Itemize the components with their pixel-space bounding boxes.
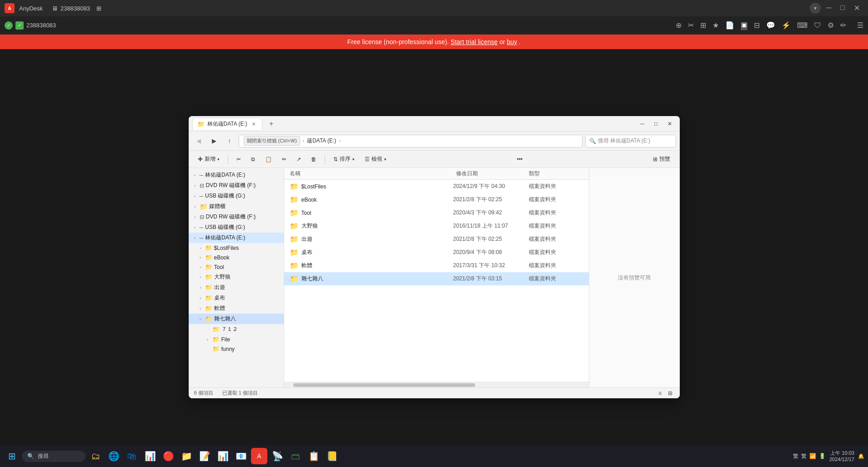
taskbar-app3[interactable]: 📒 <box>324 448 340 464</box>
sidebar-item-usb-g[interactable]: › ─ USB 磁碟機 (G:) <box>189 191 284 201</box>
start-button[interactable]: ⊞ <box>4 448 20 464</box>
multimonitor-icon[interactable]: ⊟ <box>754 21 760 30</box>
cut-icon: ✂ <box>236 156 241 162</box>
buy-link[interactable]: buy <box>507 38 517 46</box>
address-bar[interactable]: 關閉索引標籤 (Ctrl+W) › 蘊DATA (E:) › <box>239 135 582 147</box>
explorer-close-btn[interactable]: ✕ <box>663 117 676 130</box>
up-btn[interactable]: ↑ <box>223 135 236 147</box>
back-btn[interactable]: ◀ <box>192 135 205 147</box>
hscrollbar-thumb[interactable] <box>293 383 475 387</box>
sidebar-item-misc[interactable]: › 📁 雜七雜八 <box>189 314 284 324</box>
new-btn[interactable]: ✚ 新增 ▾ <box>194 153 223 165</box>
sidebar-item-tool[interactable]: › 📁 Tool <box>189 262 284 272</box>
sidebar-item-wolf[interactable]: › 📁 大野狼 <box>189 272 284 282</box>
sidebar-item-dvdrw-f2[interactable]: › ⊟ DVD RW 磁碟機 (F:) <box>189 212 284 222</box>
taskbar-outlook[interactable]: 📧 <box>233 448 249 464</box>
table-row[interactable]: 📁eBook2021/2/8 下午 02:25檔案資料夾 <box>284 193 589 206</box>
taskbar-excel[interactable]: 📊 <box>142 448 158 464</box>
anydesk-window-controls[interactable]: ▾ ─ □ ✕ <box>810 3 863 14</box>
wifi-icon: 📶 <box>809 453 816 459</box>
preview-btn[interactable]: ⊞ 預覽 <box>649 153 674 165</box>
taskbar-folder[interactable]: 📁 <box>178 448 195 464</box>
taskbar-store[interactable]: 🛍 <box>124 448 140 464</box>
chevron-down-icon: › <box>198 316 203 322</box>
table-row[interactable]: 📁大野狼2016/11/18 上午 11:07檔案資料夾 <box>284 219 589 233</box>
table-row[interactable]: 📁出遊2021/2/8 下午 02:25檔案資料夾 <box>284 233 589 246</box>
sidebar-item-media[interactable]: › 📁 媒體櫃 <box>189 201 284 212</box>
sidebar-item-funny[interactable]: 📁 funny <box>189 344 284 354</box>
explorer-minimize-btn[interactable]: ─ <box>636 117 649 130</box>
cursor-icon[interactable]: ⊕ <box>676 21 682 30</box>
usb-icon2: ─ <box>200 224 204 231</box>
table-row[interactable]: 📁Tool2020/4/3 下午 09:42檔案資料夾 <box>284 206 589 219</box>
sidebar-item-travel[interactable]: › 📁 出遊 <box>189 282 284 293</box>
tiles-view-icon[interactable]: ⊞ <box>666 389 674 397</box>
anydesk-close-btn[interactable]: ✕ <box>850 3 863 14</box>
sort-btn[interactable]: ⇅ 排序 ▾ <box>330 153 358 165</box>
sidebar-item-wallpaper[interactable]: › 📁 桌布 <box>189 293 284 303</box>
taskbar-teamviewer[interactable]: 📡 <box>269 448 286 464</box>
cut-btn[interactable]: ✂ <box>233 154 245 164</box>
sidebar-item-file[interactable]: › 📁 File <box>189 335 284 344</box>
settings-icon[interactable]: ⚙ <box>828 21 834 30</box>
file-transfer-icon[interactable]: 📄 <box>725 21 734 30</box>
copy-btn[interactable]: ⧉ <box>247 154 259 164</box>
chevron-icon: › <box>192 173 198 178</box>
taskbar-ppt[interactable]: 📊 <box>215 448 231 464</box>
pen-icon[interactable]: ✏ <box>840 21 846 30</box>
sidebar-label: 林佑蘊DATA (E:) <box>205 234 245 242</box>
sidebar-item-drive-e[interactable]: › ─ 林佑蘊DATA (E:) <box>189 170 284 180</box>
taskbar-edge[interactable]: 🌐 <box>105 448 122 464</box>
sidebar-item-usb-g2[interactable]: › ─ USB 磁碟機 (G:) <box>189 222 284 233</box>
search-bar[interactable]: 🔍 搜尋 林佑蘊DATA (E:) <box>585 135 676 147</box>
explorer-maximize-btn[interactable]: □ <box>650 117 662 130</box>
taskbar-app1[interactable]: 🗃 <box>287 448 304 464</box>
explorer-tab[interactable]: 📁 林佑蘊DATA (E:) ✕ <box>192 118 262 130</box>
taskbar-chrome[interactable]: 🔴 <box>160 448 176 464</box>
hscrollbar[interactable] <box>284 382 589 387</box>
delete-btn[interactable]: 🗑 <box>307 154 320 164</box>
sidebar-item-lostfiles[interactable]: › 📁 $LostFiles <box>189 243 284 253</box>
chat-icon[interactable]: 💬 <box>766 21 775 30</box>
star-icon[interactable]: ★ <box>712 21 719 30</box>
taskbar-app2[interactable]: 📋 <box>306 448 322 464</box>
taskbar-anydesk[interactable]: A <box>251 448 267 464</box>
monitor-view-icon[interactable]: ▣ <box>741 20 748 30</box>
rename-btn[interactable]: ✏ <box>278 154 290 164</box>
view-btn[interactable]: ☰ 檢視 ▾ <box>361 153 390 165</box>
details-view-icon[interactable]: ≡ <box>656 389 664 397</box>
trial-license-link[interactable]: Start trial license <box>451 38 497 46</box>
taskbar-search[interactable]: 🔍 搜尋 <box>22 451 85 462</box>
sidebar-label: 軟體 <box>214 305 225 312</box>
sidebar-item-drive-e-active[interactable]: › ─ 林佑蘊DATA (E:) <box>189 233 284 243</box>
paste-btn[interactable]: 📋 <box>261 154 276 164</box>
taskbar-file-explorer[interactable]: 🗂 <box>87 448 104 464</box>
forward-btn[interactable]: ▶ <box>208 135 221 147</box>
usb-icon: ─ <box>200 193 204 199</box>
file-type: 檔案資料夾 <box>529 222 583 230</box>
table-row[interactable]: 📁軟體2017/3/31 下午 10:32檔案資料夾 <box>284 259 589 272</box>
lightning-icon[interactable]: ⚡ <box>782 21 791 30</box>
more-btn[interactable]: ••• <box>513 154 527 164</box>
notification-bell-icon[interactable]: 🔔 <box>858 453 864 459</box>
new-chevron-icon: ▾ <box>217 157 220 162</box>
keyboard-icon[interactable]: ⌨ <box>797 21 808 30</box>
anydesk-maximize-btn[interactable]: □ <box>837 3 848 14</box>
share-btn[interactable]: ↗ <box>293 154 305 164</box>
server-icon[interactable]: ⊞ <box>700 21 706 30</box>
anydesk-minimize-btn[interactable]: ─ <box>823 3 835 14</box>
sidebar-item-ebook[interactable]: › 📁 eBook <box>189 253 284 262</box>
hamburger-menu-icon[interactable]: ☰ <box>857 21 863 30</box>
sidebar-item-software[interactable]: › 📁 軟體 <box>189 303 284 314</box>
sidebar-item-712[interactable]: 📁 ７１２ <box>189 324 284 335</box>
scissors-icon[interactable]: ✂ <box>688 21 694 30</box>
shield-icon[interactable]: 🛡 <box>814 21 821 30</box>
table-row[interactable]: 📁桌布2020/9/4 下午 08:08檔案資料夾 <box>284 246 589 259</box>
anydesk-menu-btn[interactable]: ▾ <box>810 3 821 14</box>
sidebar-item-dvdrw-f[interactable]: › ⊟ DVD RW 磁碟機 (F:) <box>189 180 284 191</box>
taskbar-word[interactable]: 📝 <box>196 448 213 464</box>
add-tab-btn[interactable]: + <box>266 118 277 129</box>
table-row[interactable]: 📁$LostFiles2024/12/9 下午 04:30檔案資料夾 <box>284 180 589 193</box>
table-row[interactable]: 📁雜七雜八2021/2/8 下午 03:15檔案資料夾 <box>284 272 589 285</box>
tab-close-btn[interactable]: ✕ <box>250 120 257 127</box>
